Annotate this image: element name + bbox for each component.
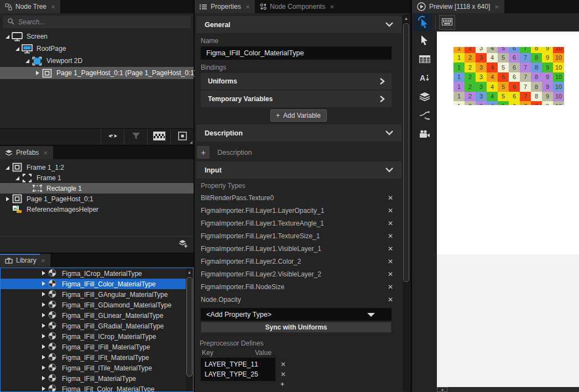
remove-icon[interactable]: ✕: [388, 232, 393, 240]
remove-icon[interactable]: ✕: [280, 359, 286, 369]
expander-collapsed-icon[interactable]: [40, 333, 46, 341]
expander-collapsed-icon[interactable]: [40, 375, 46, 383]
library-scrollbar-thumb[interactable]: [186, 277, 192, 377]
uniforms-row[interactable]: Uniforms: [201, 73, 392, 90]
camera-tool-button[interactable]: [412, 126, 437, 144]
property-type-row[interactable]: FigmaImporter.Fill.NodeSize✕: [195, 280, 402, 293]
scroll-up-icon[interactable]: ▲: [403, 14, 410, 22]
remove-icon[interactable]: ✕: [388, 219, 393, 227]
expander-collapsed-icon[interactable]: [40, 364, 46, 372]
remove-icon[interactable]: ✕: [388, 296, 393, 304]
property-type-row[interactable]: FigmaImporter.Fill.Layer2.Color_2✕: [195, 255, 402, 268]
preview-hscrollbar[interactable]: ◂: [437, 387, 579, 392]
remove-icon[interactable]: ✕: [388, 245, 393, 253]
tree-row[interactable]: Screen: [0, 30, 194, 43]
expander-expanded-icon[interactable]: [13, 46, 21, 51]
expander-collapsed-icon[interactable]: [40, 343, 46, 351]
expander-collapsed-icon[interactable]: [40, 354, 46, 362]
layers-tool-button[interactable]: [412, 88, 437, 107]
property-type-row[interactable]: FigmaImporter.Fill.Layer1.VisibleLayer_1…: [195, 242, 402, 255]
scroll-up-icon[interactable]: ▲: [186, 268, 193, 276]
expander-collapsed-icon[interactable]: [40, 280, 46, 288]
close-icon[interactable]: ✕: [43, 150, 48, 156]
library-item[interactable]: Figma_ICrop_MaterialType: [1, 268, 193, 279]
expander-expanded-icon[interactable]: [23, 58, 31, 64]
checkerboard-background-button[interactable]: [147, 129, 170, 145]
select-tool-button[interactable]: [412, 32, 437, 50]
grid-tool-button[interactable]: [412, 50, 437, 69]
text-analyze-tool-button[interactable]: A: [412, 69, 437, 88]
tree-row[interactable]: Page 1_PageHost_0:1: [0, 194, 194, 204]
property-type-row[interactable]: BlitRenderPass.Texture0✕: [195, 191, 402, 204]
close-icon[interactable]: ✕: [494, 4, 499, 10]
virtual-keyboard-button[interactable]: [439, 15, 455, 30]
sync-with-uniforms-button[interactable]: Sync with Uniforms: [201, 322, 392, 333]
tree-row[interactable]: ReferenceImagesHelper: [0, 204, 194, 215]
properties-scrollbar-thumb[interactable]: [403, 23, 409, 282]
expander-collapsed-icon[interactable]: [3, 196, 11, 202]
library-item[interactable]: Figma_IFill_GDiamond_MaterialType: [1, 300, 193, 310]
library-scrollbar[interactable]: ▲: [186, 268, 193, 391]
remove-icon[interactable]: ✕: [388, 207, 393, 215]
preview-canvas[interactable]: 1234567891012345678910123456789101234567…: [437, 32, 579, 387]
add-description-button[interactable]: +: [197, 146, 210, 159]
library-item[interactable]: Figma_IFit_Color_MaterialType: [1, 384, 193, 392]
tree-row[interactable]: Page 1_PageHost_0:1 (Page 1_PageHost_0:1…: [0, 67, 194, 79]
connections-tool-button[interactable]: [412, 107, 437, 126]
add-define-icon[interactable]: +: [280, 379, 286, 389]
property-type-row[interactable]: FigmaImporter.Fill.Layer1.TextureSize_1✕: [195, 229, 402, 242]
tree-row[interactable]: RootPage: [0, 43, 194, 55]
library-item[interactable]: Figma_IFill_GLinear_MaterialType: [1, 310, 193, 321]
add-prefab-icon[interactable]: [178, 239, 188, 250]
remove-icon[interactable]: ✕: [388, 283, 393, 291]
preview-target-button[interactable]: [170, 129, 194, 145]
close-icon[interactable]: ✕: [51, 4, 55, 10]
search-input[interactable]: Search...: [3, 15, 191, 28]
expander-collapsed-icon[interactable]: [33, 70, 41, 76]
library-item[interactable]: Figma_IFill_IFit_MaterialType: [1, 352, 193, 363]
scroll-left-icon[interactable]: ◂: [437, 387, 447, 392]
library-item[interactable]: Figma_IFill_ITile_MaterialType: [1, 363, 193, 373]
tab-preview[interactable]: Preview [1118 x 640] ✕: [412, 0, 504, 13]
expander-expanded-icon[interactable]: [3, 34, 11, 39]
tab-node-components[interactable]: Node Components ✕: [255, 0, 339, 13]
library-item[interactable]: Figma_IFill_MaterialType: [1, 373, 193, 384]
section-input[interactable]: Input: [196, 161, 401, 179]
close-icon[interactable]: ✕: [41, 258, 45, 264]
library-item[interactable]: Figma_IFill_GRadial_MaterialType: [1, 321, 193, 331]
section-general[interactable]: General: [196, 16, 401, 33]
section-description[interactable]: Description: [196, 124, 401, 142]
remove-icon[interactable]: ✕: [388, 258, 393, 265]
tree-row[interactable]: Rectangle 1: [0, 183, 194, 194]
remove-icon[interactable]: ✕: [388, 270, 393, 278]
expander-collapsed-icon[interactable]: [40, 270, 46, 278]
tab-library[interactable]: Library ✕: [0, 254, 50, 267]
expander-collapsed-icon[interactable]: [40, 322, 46, 330]
property-type-row[interactable]: FigmaImporter.Fill.Layer2.VisibleLayer_2…: [195, 268, 402, 280]
property-type-row[interactable]: FigmaImporter.Fill.Layer1.LayerOpacity_1…: [195, 204, 402, 217]
visibility-toggle-button[interactable]: [101, 129, 124, 145]
tab-properties[interactable]: Properties ✕: [195, 0, 255, 13]
temporary-variables-row[interactable]: Temporary Variables: [201, 91, 392, 107]
tab-node-tree[interactable]: Node Tree ✕: [0, 0, 60, 13]
tab-prefabs[interactable]: Prefabs ✕: [0, 146, 53, 159]
tree-row[interactable]: Viewport 2D: [0, 55, 194, 67]
library-item[interactable]: Figma_IFill_GAngular_MaterialType: [1, 289, 193, 300]
filter-button[interactable]: [124, 129, 147, 145]
tree-row[interactable]: Frame 1_1:2: [0, 162, 194, 173]
library-item[interactable]: Figma_IFill_IFill_MaterialType: [1, 342, 193, 352]
properties-scrollbar[interactable]: ▲: [403, 14, 410, 391]
property-type-row[interactable]: FigmaImporter.Fill.Layer1.TextureAngle_1…: [195, 217, 402, 229]
expander-collapsed-icon[interactable]: [40, 301, 46, 309]
name-field[interactable]: Figma_IFill_Color_MaterialType: [201, 46, 392, 60]
define-row[interactable]: LAYER_TYPE_25: [201, 369, 275, 379]
close-icon[interactable]: ✕: [330, 4, 334, 10]
interact-tool-button[interactable]: [414, 13, 432, 32]
remove-icon[interactable]: ✕: [388, 194, 393, 202]
expander-collapsed-icon[interactable]: [40, 385, 46, 392]
expander-expanded-icon[interactable]: [3, 165, 11, 170]
property-type-row[interactable]: Node.Opacity✕: [195, 293, 402, 306]
library-item[interactable]: Figma_IFill_ICrop_MaterialType: [1, 331, 193, 342]
close-icon[interactable]: ✕: [246, 4, 250, 10]
add-property-type-dropdown[interactable]: <Add Property Type>: [201, 308, 392, 321]
